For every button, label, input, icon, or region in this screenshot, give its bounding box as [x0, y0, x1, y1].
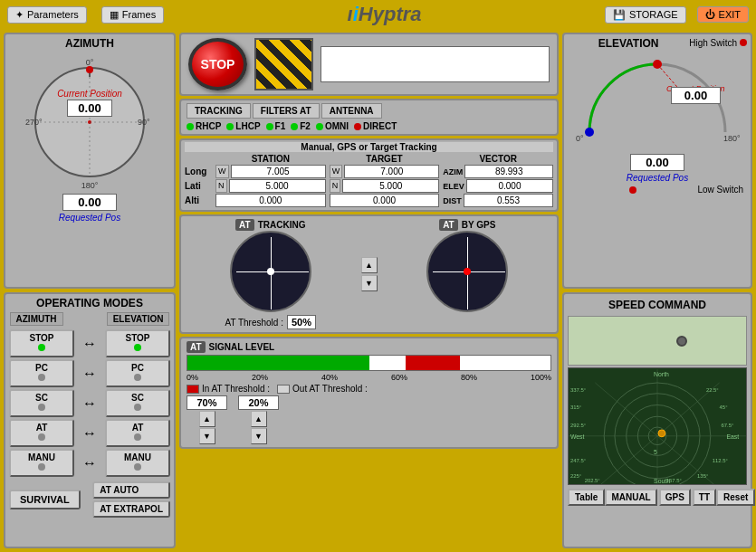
mgps-vector-header: VECTOR: [443, 154, 553, 164]
el-col-header: ELEVATION: [107, 312, 170, 326]
az-stop-btn[interactable]: STOP: [9, 329, 74, 357]
el-pc-btn[interactable]: PC: [105, 359, 170, 387]
elevation-panel: ELEVATION High Switch 0° 180° Current Po…: [562, 33, 752, 289]
out-threshold-up[interactable]: ▲: [251, 411, 267, 427]
gps-mode-buttons: MANUAL GPS TT: [605, 489, 716, 506]
manual-mode-btn[interactable]: MANUAL: [605, 489, 656, 506]
at-badge-signal: AT: [187, 341, 206, 353]
el-at-btn[interactable]: AT: [105, 419, 170, 447]
svg-text:202.5°: 202.5°: [585, 478, 600, 483]
mgps-row-alti: Alti DIST: [185, 194, 553, 207]
tfa-tabs: TRACKING FILTERS AT ANTENNA: [187, 103, 551, 119]
signal-bar-green: [187, 356, 369, 370]
in-threshold-input[interactable]: [187, 395, 227, 410]
azimuth-compass-svg: 0° 180° 270° 90°: [22, 54, 158, 190]
scope-tracking: [230, 231, 311, 312]
joystick-dot: [676, 336, 687, 347]
target-lati-input[interactable]: [342, 179, 439, 193]
out-threshold-legend: [277, 385, 290, 394]
el-manu-btn[interactable]: MANU: [105, 449, 170, 477]
scope-dot-2: [464, 268, 471, 275]
svg-text:67.5°: 67.5°: [722, 423, 734, 428]
at-auto-button[interactable]: AT AUTO: [92, 481, 170, 499]
mgps-target-header: TARGET: [330, 154, 440, 164]
az-at-btn[interactable]: AT: [9, 419, 74, 447]
speed-title: SPEED COMMAND: [568, 296, 747, 312]
radar-map: North South West East 22.5° 45° 67.5° 11…: [568, 367, 747, 485]
op-modes-title: OPERATING MODES: [5, 294, 174, 310]
vector-dist-input[interactable]: [464, 194, 553, 207]
signal-threshold-row: In AT Threshold : Out AT Threshold :: [187, 384, 551, 394]
storage-icon: 💾: [613, 9, 626, 21]
target-long-input[interactable]: [344, 165, 439, 178]
svg-text:247.5°: 247.5°: [570, 458, 586, 463]
signal-bar: [187, 355, 551, 371]
el-sc-btn[interactable]: SC: [105, 389, 170, 417]
at-extrapol-button[interactable]: AT EXTRAPOL: [92, 500, 170, 518]
arrow-3: ↔: [76, 389, 103, 417]
tab-antenna[interactable]: ANTENNA: [321, 103, 382, 119]
scope-dot-1: [267, 268, 274, 275]
el-pc-led: [134, 374, 141, 381]
top-bar: ✦ Parameters ▦ Frames ıiHyptra 💾 STORAGE…: [0, 0, 756, 29]
frames-button[interactable]: ▦ Frames: [101, 6, 164, 24]
station-long-input[interactable]: [231, 165, 326, 178]
reset-button[interactable]: Reset: [716, 489, 755, 506]
parameters-button[interactable]: ✦ Parameters: [7, 6, 87, 24]
scope-arrows: ▲ ▼: [361, 219, 378, 329]
at-badge-1: AT: [235, 219, 254, 231]
el-stop-btn[interactable]: STOP: [105, 329, 170, 357]
mgps-title: Manual, GPS or Target Tracking: [185, 142, 553, 152]
speed-bottom-row: Table MANUAL GPS TT Reset: [564, 487, 751, 508]
az-pc-btn[interactable]: PC: [9, 359, 74, 387]
arrow-down[interactable]: ▼: [361, 275, 378, 291]
tab-tracking[interactable]: TRACKING: [187, 103, 251, 119]
table-button[interactable]: Table: [568, 489, 605, 506]
led-direct: [354, 123, 361, 130]
target-alti-input[interactable]: [330, 194, 440, 207]
manual-gps-panel: Manual, GPS or Target Tracking STATION T…: [179, 138, 559, 212]
opt-omni: OMNI: [316, 121, 349, 131]
station-lati-input[interactable]: [229, 179, 326, 193]
signal-inputs-row: ▲ ▼ ▲ ▼: [187, 395, 551, 444]
vector-azim-input[interactable]: [464, 165, 553, 178]
arrow-up[interactable]: ▲: [361, 257, 378, 273]
tt-mode-btn[interactable]: TT: [693, 489, 716, 506]
led-f2: [291, 123, 298, 130]
storage-button[interactable]: 💾 STORAGE: [605, 6, 686, 24]
threshold-value: 50%: [287, 315, 316, 329]
gps-mode-btn[interactable]: GPS: [659, 489, 691, 506]
app-title: ıiHyptra: [348, 3, 422, 26]
az-manu-btn[interactable]: MANU: [9, 449, 74, 477]
led-rhcp: [187, 123, 194, 130]
opt-rhcp: RHCP: [187, 121, 221, 131]
svg-text:West: West: [570, 433, 585, 440]
out-threshold-down[interactable]: ▼: [251, 428, 267, 444]
tab-filters[interactable]: FILTERS AT: [253, 103, 320, 119]
in-threshold-down[interactable]: ▼: [199, 428, 215, 444]
svg-text:5: 5: [654, 449, 657, 455]
survival-button[interactable]: SURVIVAL: [9, 490, 81, 509]
out-threshold-input[interactable]: [238, 395, 279, 410]
svg-text:0°: 0°: [576, 134, 584, 143]
in-threshold-up[interactable]: ▲: [199, 411, 215, 427]
exit-button[interactable]: ⏻ EXIT: [697, 6, 749, 23]
low-switch-led: [629, 186, 636, 194]
stop-row: STOP: [179, 33, 559, 96]
az-requested-value: 0.00: [62, 194, 117, 211]
vector-elev-input[interactable]: [466, 179, 553, 193]
led-omni: [316, 123, 323, 130]
speed-command-panel: SPEED COMMAND: [562, 292, 752, 548]
signal-level-row: AT SIGNAL LEVEL 0% 20% 40% 60% 80% 100% …: [179, 337, 559, 449]
elevation-compass: 0° 180° Current Position 0.00: [571, 51, 743, 150]
low-switch: Low Switch: [564, 183, 751, 196]
frames-icon: ▦: [110, 9, 119, 21]
station-alti-input[interactable]: [215, 194, 326, 207]
az-sc-btn[interactable]: SC: [9, 389, 74, 417]
mode-rows: STOP ↔ STOP PC ↔ PC SC ↔ SC AT ↔ AT MANU…: [5, 328, 174, 479]
in-threshold-legend: [187, 385, 199, 394]
stop-button[interactable]: STOP: [188, 38, 247, 90]
center-column: STOP TRACKING FILTERS AT ANTENNA RHCP LH…: [179, 33, 559, 548]
mgps-station-header: STATION: [215, 154, 326, 164]
az-manu-led: [38, 463, 45, 471]
